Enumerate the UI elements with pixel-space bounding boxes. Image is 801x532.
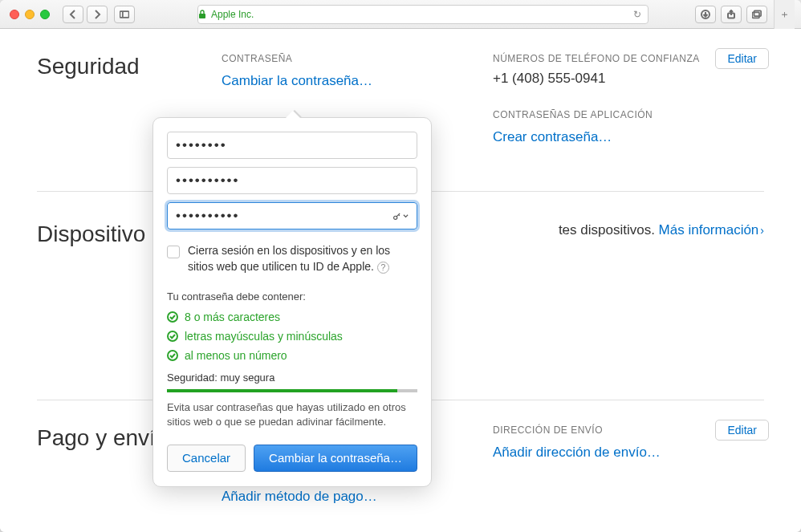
tabs-button[interactable] — [746, 6, 767, 23]
rule-item: 8 o más caracteres — [167, 311, 417, 323]
strength-meter-fill — [167, 389, 397, 392]
svg-rect-0 — [120, 11, 128, 18]
maximize-icon[interactable] — [40, 10, 50, 19]
back-button[interactable] — [63, 6, 83, 23]
reload-icon[interactable]: ↻ — [627, 9, 648, 20]
svg-rect-2 — [199, 14, 205, 18]
page-content: Seguridad CONTRASEÑA Cambiar la contrase… — [0, 29, 801, 532]
signout-checkbox-row: Cierra sesión en los dispositivos y en l… — [167, 243, 417, 274]
create-app-password-link[interactable]: Crear contraseña… — [493, 127, 740, 148]
password-advice: Evita usar contraseñas que hayas utiliza… — [167, 400, 417, 429]
add-payment-method-link[interactable]: Añadir método de pago… — [222, 486, 469, 507]
devices-text: tes dispositivos. Más información› — [559, 221, 764, 241]
strength-meter — [167, 389, 417, 392]
rule-item: al menos un número — [167, 349, 417, 362]
edit-security-button[interactable]: Editar — [715, 48, 769, 69]
address-bar[interactable]: Apple Inc. ↻ — [197, 5, 649, 24]
help-icon[interactable]: ? — [377, 262, 389, 274]
more-info-link[interactable]: Más información› — [659, 222, 764, 238]
browser-toolbar: Apple Inc. ↻ ＋ — [0, 0, 801, 29]
phone-number: +1 (408) 555-0941 — [493, 71, 740, 87]
svg-line-11 — [399, 214, 400, 215]
window-controls — [6, 10, 56, 19]
cancel-button[interactable]: Cancelar — [167, 445, 246, 472]
downloads-button[interactable] — [695, 6, 716, 23]
chevron-down-icon — [403, 213, 409, 219]
close-icon[interactable] — [10, 10, 19, 19]
add-shipping-link[interactable]: Añadir dirección de envío… — [493, 442, 740, 463]
edit-payment-button[interactable]: Editar — [715, 420, 769, 441]
new-tab-button[interactable]: ＋ — [774, 0, 795, 29]
password-key-icon[interactable] — [392, 212, 409, 221]
app-passwords-header: CONTRASEÑAS DE APLICACIÓN — [493, 109, 740, 120]
forward-button[interactable] — [87, 6, 108, 23]
signout-checkbox[interactable] — [167, 246, 180, 258]
shipping-header: DIRECCIÓN DE ENVÍO — [493, 424, 740, 436]
phones-header: NÚMEROS DE TELÉFONO DE CONFIANZA — [493, 53, 740, 64]
address-label: Apple Inc. — [211, 9, 254, 20]
change-password-button[interactable]: Cambiar la contraseña… — [254, 445, 417, 472]
password-header: CONTRASEÑA — [222, 53, 469, 64]
popover-actions: Cancelar Cambiar la contraseña… — [167, 445, 417, 472]
confirm-password-field[interactable]: •••••••••• — [167, 202, 417, 229]
browser-window: Apple Inc. ↻ ＋ Seguridad CONTRASEÑA Camb… — [0, 0, 801, 532]
chevron-right-icon: › — [760, 224, 764, 237]
svg-rect-8 — [754, 10, 762, 16]
rule-item: letras mayúsculas y minúsculas — [167, 330, 417, 343]
change-password-popover: •••••••• •••••••••• •••••••••• Cierra se… — [152, 117, 432, 487]
check-icon — [167, 311, 178, 323]
check-icon — [167, 350, 178, 361]
check-icon — [167, 331, 178, 342]
lock-icon — [198, 10, 206, 19]
sidebar-button[interactable] — [114, 6, 135, 23]
strength-label: Seguridad: muy segura — [167, 372, 417, 384]
current-password-field[interactable]: •••••••• — [167, 132, 417, 159]
share-button[interactable] — [721, 6, 742, 23]
signout-label: Cierra sesión en los dispositivos y en l… — [188, 243, 417, 274]
change-password-link[interactable]: Cambiar la contraseña… — [222, 71, 469, 91]
minimize-icon[interactable] — [25, 10, 35, 19]
new-password-field[interactable]: •••••••••• — [167, 167, 417, 194]
rules-title: Tu contraseña debe contener: — [167, 290, 417, 303]
